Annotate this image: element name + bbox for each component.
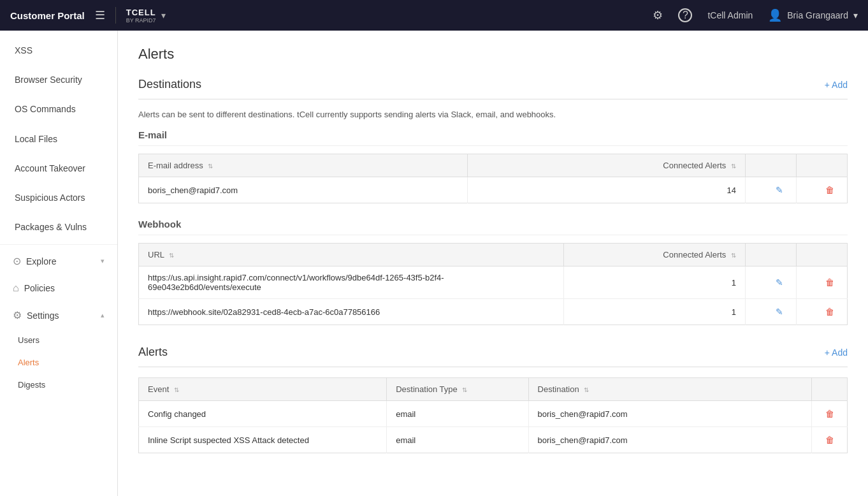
webhook-delete-button-1[interactable]: 🗑 <box>821 276 838 289</box>
webhook-connected-cell-2: 1 <box>564 299 746 325</box>
settings-icon: ⚙ <box>13 309 22 321</box>
alerts-section-header: Alerts + Add <box>138 346 848 367</box>
sidebar-item-policies[interactable]: ⌂ Policies <box>0 275 117 302</box>
destinations-section-title: Destinations <box>138 78 201 91</box>
top-nav: Customer Portal ☰ TCELL BY RAPID7 ▾ ⚙ ? … <box>0 0 868 31</box>
alerts-section-title: Alerts <box>138 346 168 359</box>
email-address-cell: boris_chen@rapid7.com <box>139 177 468 203</box>
alerts-table: Event ⇅ Destination Type ⇅ Destination ⇅ <box>138 377 848 453</box>
sort-icon: ⇅ <box>731 252 736 259</box>
webhook-edit-button-1[interactable]: ✎ <box>772 276 787 289</box>
sidebar: XSS Browser Security OS Commands Local F… <box>0 31 118 496</box>
webhook-table-header-url: URL ⇅ <box>139 244 564 266</box>
alerts-section: Alerts + Add Event ⇅ Destination Type ⇅ <box>138 346 848 453</box>
sidebar-item-suspicious-actors[interactable]: Suspicious Actors <box>0 183 117 212</box>
sort-icon: ⇅ <box>584 386 589 393</box>
logo-sub: BY RAPID7 <box>126 17 156 24</box>
destinations-add-button[interactable]: + Add <box>825 80 848 90</box>
alerts-table-header-delete <box>812 378 848 401</box>
sidebar-item-xss[interactable]: XSS <box>0 36 117 65</box>
alert-dest-type-cell-2: email <box>387 427 528 453</box>
alert-event-cell-1: Config changed <box>139 401 387 427</box>
alert-delete-button-2[interactable]: 🗑 <box>821 434 838 446</box>
webhook-table: URL ⇅ Connected Alerts ⇅ https://us.api.… <box>138 243 848 325</box>
app-layout: XSS Browser Security OS Commands Local F… <box>0 31 868 496</box>
webhook-table-header-connected: Connected Alerts ⇅ <box>564 244 746 266</box>
sidebar-item-explore[interactable]: ⊙ Explore ▾ <box>0 247 117 275</box>
alerts-table-header-dest-type: Destination Type ⇅ <box>387 378 528 401</box>
webhook-delete-button-2[interactable]: 🗑 <box>821 305 838 318</box>
alert-destination-cell-2: boris_chen@rapid7.com <box>528 427 812 453</box>
webhook-connected-cell-1: 1 <box>564 266 746 299</box>
policies-icon: ⌂ <box>13 282 19 294</box>
email-connected-cell: 14 <box>468 177 746 203</box>
alerts-table-header-destination: Destination ⇅ <box>528 378 812 401</box>
user-name: Bria Grangaard <box>787 10 848 20</box>
email-edit-cell: ✎ <box>746 177 797 203</box>
sort-icon: ⇅ <box>462 386 467 393</box>
tcell-admin-label: tCell Admin <box>707 10 753 20</box>
alert-event-cell-2: Inline Script suspected XSS Attack detec… <box>139 427 387 453</box>
app-title: Customer Portal <box>10 10 85 21</box>
sidebar-item-packages-vulns[interactable]: Packages & Vulns <box>0 212 117 242</box>
logo-area: TCELL BY RAPID7 ▾ <box>115 7 166 24</box>
explore-icon: ⊙ <box>13 255 21 267</box>
sidebar-sub-item-digests[interactable]: Digests <box>0 374 117 396</box>
webhook-delete-cell-1: 🗑 <box>797 266 848 299</box>
alerts-add-button[interactable]: + Add <box>825 347 848 358</box>
alerts-table-header-event: Event ⇅ <box>139 378 387 401</box>
email-delete-cell: 🗑 <box>797 177 848 203</box>
table-row: https://webhook.site/02a82931-ced8-4ecb-… <box>139 299 848 325</box>
sidebar-sub-item-alerts[interactable]: Alerts <box>0 351 117 374</box>
user-menu-chevron: ▾ <box>853 10 858 20</box>
email-table-header-connected: Connected Alerts ⇅ <box>468 154 746 177</box>
webhook-table-header-delete <box>797 244 848 266</box>
sort-icon: ⇅ <box>174 386 179 393</box>
email-table-header-delete <box>797 154 848 177</box>
webhook-edit-cell-1: ✎ <box>746 266 797 299</box>
webhook-subsection-title: Webhook <box>138 219 848 235</box>
alert-destination-cell-1: boris_chen@rapid7.com <box>528 401 812 427</box>
table-row: Inline Script suspected XSS Attack detec… <box>139 427 848 453</box>
webhook-edit-button-2[interactable]: ✎ <box>772 305 787 318</box>
table-row: Config changed email boris_chen@rapid7.c… <box>139 401 848 427</box>
table-row: https://us.api.insight.rapid7.com/connec… <box>139 266 848 299</box>
logo-text: TCELL <box>126 8 156 17</box>
logo-dropdown-icon[interactable]: ▾ <box>161 10 166 20</box>
sidebar-item-browser-security[interactable]: Browser Security <box>0 65 117 94</box>
settings-chevron-icon: ▴ <box>101 311 105 319</box>
webhook-table-header-edit <box>746 244 797 266</box>
sort-icon: ⇅ <box>169 252 174 259</box>
webhook-url-cell-2: https://webhook.site/02a82931-ced8-4ecb-… <box>139 299 564 325</box>
webhook-edit-cell-2: ✎ <box>746 299 797 325</box>
email-edit-button[interactable]: ✎ <box>772 184 787 196</box>
explore-chevron-icon: ▾ <box>101 257 105 265</box>
help-icon[interactable]: ? <box>678 8 692 22</box>
sidebar-item-os-commands[interactable]: OS Commands <box>0 94 117 124</box>
destinations-section-header: Destinations + Add <box>138 78 848 99</box>
email-subsection-title: E-mail <box>138 129 848 146</box>
email-delete-button[interactable]: 🗑 <box>821 184 838 196</box>
table-row: boris_chen@rapid7.com 14 ✎ 🗑 <box>139 177 848 203</box>
destinations-section: Destinations + Add Alerts can be sent to… <box>138 78 848 325</box>
page-title: Alerts <box>138 46 848 62</box>
email-table-header-edit <box>746 154 797 177</box>
alert-delete-cell-1: 🗑 <box>812 401 848 427</box>
webhook-url-cell-1: https://us.api.insight.rapid7.com/connec… <box>139 266 564 299</box>
gear-icon[interactable]: ⚙ <box>653 8 663 22</box>
sidebar-item-settings[interactable]: ⚙ Settings ▴ <box>0 302 117 329</box>
sidebar-sub-item-users[interactable]: Users <box>0 329 117 351</box>
alert-dest-type-cell-1: email <box>387 401 528 427</box>
user-menu[interactable]: 👤 Bria Grangaard ▾ <box>768 8 858 22</box>
user-avatar-icon: 👤 <box>768 8 782 22</box>
sidebar-item-account-takeover[interactable]: Account Takeover <box>0 154 117 183</box>
sidebar-item-local-files[interactable]: Local Files <box>0 124 117 154</box>
main-content: Alerts Destinations + Add Alerts can be … <box>118 31 868 496</box>
email-table: E-mail address ⇅ Connected Alerts ⇅ bori… <box>138 154 848 203</box>
alert-delete-cell-2: 🗑 <box>812 427 848 453</box>
sidebar-divider-1 <box>0 244 117 245</box>
email-table-header-address: E-mail address ⇅ <box>139 154 468 177</box>
hamburger-icon[interactable]: ☰ <box>95 8 105 22</box>
alert-delete-button-1[interactable]: 🗑 <box>821 407 838 420</box>
sort-icon: ⇅ <box>208 163 213 170</box>
